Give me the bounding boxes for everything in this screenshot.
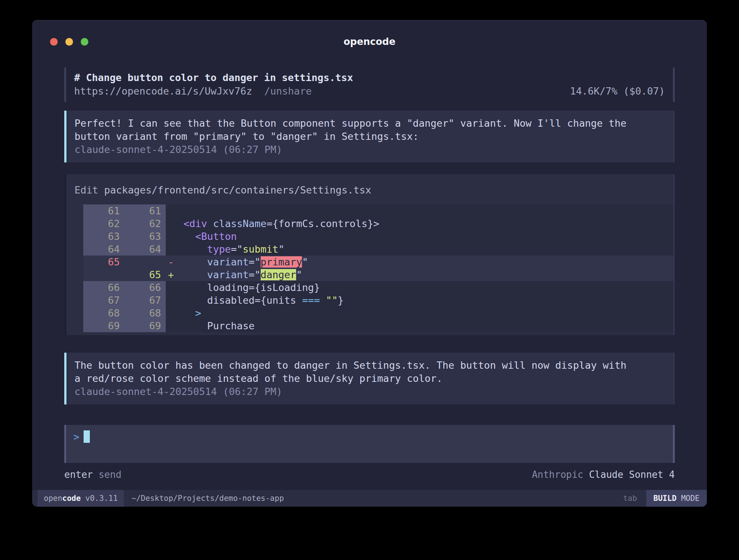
assistant-message-2: The button color has been changed to dan… <box>64 353 675 404</box>
diff-row-padding <box>66 217 83 230</box>
line-number-old: 65 <box>83 256 123 268</box>
code-line: type="submit" <box>177 243 673 256</box>
line-number-old: 66 <box>83 281 123 294</box>
mode-build: BUILD <box>654 494 677 503</box>
app-name-open: open <box>44 494 62 503</box>
unshare-command-label: /unshare <box>264 84 312 98</box>
diff-row: 6262 <div className={formCs.controls}> <box>66 217 673 230</box>
diff-marker <box>166 294 177 307</box>
model-provider: Anthropic <box>532 469 583 480</box>
diff-marker: - <box>166 256 177 268</box>
code-line: variant="danger" <box>177 268 673 281</box>
titlebar: opencode <box>32 20 707 41</box>
diff-row: 6969 Purchase <box>66 319 673 332</box>
edit-tool-header: Edit packages/frontend/src/containers/Se… <box>66 174 673 204</box>
diff-marker <box>166 217 177 230</box>
prompt-input[interactable]: > <box>64 425 675 463</box>
message-model-timestamp: claude-sonnet-4-20250514 (06:27 PM) <box>74 143 665 156</box>
line-number-new: 63 <box>123 230 166 243</box>
code-line: Purchase <box>177 319 673 332</box>
diff-row: 65+ variant="danger" <box>66 268 673 281</box>
line-number-old: 62 <box>83 217 123 230</box>
diff-marker <box>166 230 177 243</box>
line-number-new: 61 <box>123 204 166 217</box>
line-number-new: 66 <box>123 281 166 294</box>
keybind-enter: enter <box>64 469 93 480</box>
diff-row-padding <box>66 230 83 243</box>
message-model-timestamp: claude-sonnet-4-20250514 (06:27 PM) <box>74 385 665 398</box>
diff-row: 6868 > <box>66 307 673 319</box>
line-number-new: 69 <box>123 319 166 332</box>
app-version: v0.3.11 <box>81 494 118 503</box>
status-bar-right: tab BUILD MODE <box>623 490 707 507</box>
edited-file-path: packages/frontend/src/containers/Setting… <box>104 184 371 196</box>
diff-row-padding <box>66 243 83 256</box>
line-number-new: 67 <box>123 294 166 307</box>
diff-row-padding <box>66 256 83 268</box>
line-number-old: 61 <box>83 204 123 217</box>
text-cursor <box>84 430 90 443</box>
window-title: opencode <box>32 36 707 47</box>
status-bar: opencode v0.3.11 ~/Desktop/Projects/demo… <box>32 490 707 507</box>
assistant-message-1: Perfect! I can see that the Button compo… <box>64 111 675 162</box>
keybind-tab: tab <box>623 490 637 507</box>
token-usage-cost: 14.6K/7% ($0.07) <box>570 84 665 98</box>
code-line: > <box>177 307 673 319</box>
code-line: variant="primary" <box>177 256 673 268</box>
session-title: # Change button color to danger in setti… <box>74 71 665 84</box>
mode-label: MODE <box>677 494 700 503</box>
message-line: Perfect! I can see that the Button compo… <box>74 117 665 130</box>
share-url-link[interactable]: https://opencode.ai/s/UwJxv76z <box>74 84 252 98</box>
app-version-chip: opencode v0.3.11 <box>38 490 124 507</box>
working-directory: ~/Desktop/Projects/demo-notes-app <box>131 490 284 507</box>
line-number-new: 62 <box>123 217 166 230</box>
diff-row-padding <box>66 281 83 294</box>
opencode-window: opencode # Change button color to danger… <box>32 20 707 507</box>
diff-row: 6161 <box>66 204 673 217</box>
diff-row-padding <box>66 307 83 319</box>
diff-marker <box>166 281 177 294</box>
code-line: loading={isLoading} <box>177 281 673 294</box>
mode-chip[interactable]: BUILD MODE <box>645 490 707 507</box>
line-number-new <box>123 256 166 268</box>
message-line: The button color has been changed to dan… <box>74 359 665 372</box>
diff-row-padding <box>66 294 83 307</box>
line-number-old: 69 <box>83 319 123 332</box>
line-number-old: 64 <box>83 243 123 256</box>
diff-row: 6666 loading={isLoading} <box>66 281 673 294</box>
diff-marker <box>166 243 177 256</box>
diff-row: 65- variant="primary" <box>66 256 673 268</box>
diff-marker: + <box>166 268 177 281</box>
code-line: <div className={formCs.controls}> <box>177 217 673 230</box>
line-number-old: 68 <box>83 307 123 319</box>
prompt-symbol: > <box>73 431 79 442</box>
diff-row: 6363 <Button <box>66 230 673 243</box>
diff-marker <box>166 319 177 332</box>
line-number-new: 65 <box>123 268 166 281</box>
main-content: # Change button color to danger in setti… <box>32 68 707 480</box>
line-number-old: 63 <box>83 230 123 243</box>
line-number-new: 68 <box>123 307 166 319</box>
diff-row-padding <box>66 204 83 217</box>
code-line: <Button <box>177 230 673 243</box>
session-share-row: https://opencode.ai/s/UwJxv76z /unshare … <box>74 84 665 98</box>
code-line <box>177 204 673 217</box>
line-number-old <box>83 268 123 281</box>
diff-row-padding <box>66 268 83 281</box>
edit-tool-block: Edit packages/frontend/src/containers/Se… <box>64 174 675 335</box>
diff-marker <box>166 307 177 319</box>
session-header: # Change button color to danger in setti… <box>64 68 675 102</box>
diff-row: 6767 disabled={units === ""} <box>66 294 673 307</box>
diff-marker <box>166 204 177 217</box>
line-number-new: 64 <box>123 243 166 256</box>
app-name-code: code <box>62 494 81 503</box>
message-line: button variant from "primary" to "danger… <box>74 130 665 143</box>
footer-hints: enter send Anthropic Claude Sonnet 4 <box>64 469 675 480</box>
tool-name: Edit <box>74 184 98 196</box>
diff-row: 6464 type="submit" <box>66 243 673 256</box>
line-number-old: 67 <box>83 294 123 307</box>
model-indicator: Anthropic Claude Sonnet 4 <box>532 469 675 480</box>
diff-row-padding <box>66 319 83 332</box>
keybind-action-send: send <box>99 469 122 480</box>
model-name: Claude Sonnet 4 <box>589 469 675 480</box>
